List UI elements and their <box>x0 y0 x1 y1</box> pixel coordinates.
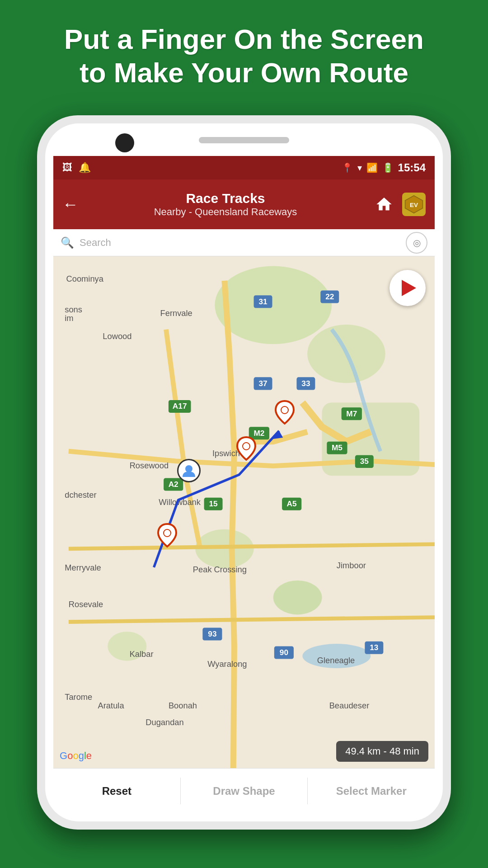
status-time: 15:54 <box>398 161 426 174</box>
svg-text:Lowood: Lowood <box>103 331 131 341</box>
svg-text:Tarome: Tarome <box>65 692 92 702</box>
draw-shape-button[interactable]: Draw Shape <box>181 769 308 813</box>
svg-text:M5: M5 <box>332 443 343 452</box>
svg-text:Fernvale: Fernvale <box>160 308 192 318</box>
svg-text:15: 15 <box>209 499 218 508</box>
phone-inner: 🖼 🔔 📍 ▾ 📶 🔋 15:54 ← Race Tracks Nearby -… <box>45 123 443 821</box>
svg-point-3 <box>215 266 332 344</box>
svg-text:A17: A17 <box>173 401 187 410</box>
svg-point-7 <box>273 580 322 614</box>
status-bar-left: 🖼 🔔 <box>62 162 91 174</box>
play-button[interactable] <box>389 270 426 306</box>
headline-line2: to Make Your Own Route <box>27 56 461 90</box>
svg-text:Beaudeser: Beaudeser <box>329 701 370 710</box>
search-icon: 🔍 <box>61 236 74 249</box>
svg-text:Dugandan: Dugandan <box>145 717 184 727</box>
svg-text:37: 37 <box>258 379 267 388</box>
svg-text:im: im <box>65 313 73 323</box>
app-content: 🖼 🔔 📍 ▾ 📶 🔋 15:54 ← Race Tracks Nearby -… <box>53 156 435 813</box>
headline: Put a Finger On the Screen to Make Your … <box>0 23 488 90</box>
select-marker-button[interactable]: Select Marker <box>308 769 435 813</box>
app-bar-icons: EV <box>372 193 426 216</box>
status-bar-right: 📍 ▾ 📶 🔋 15:54 <box>342 161 426 174</box>
svg-text:33: 33 <box>301 379 310 388</box>
bottom-bar: Reset Draw Shape Select Marker <box>53 768 435 813</box>
marker-top[interactable] <box>275 400 295 427</box>
user-marker <box>177 459 201 482</box>
home-button[interactable] <box>372 193 396 216</box>
svg-text:Aratula: Aratula <box>98 701 125 710</box>
image-status-icon: 🖼 <box>62 162 72 174</box>
search-input[interactable]: Search <box>80 237 406 249</box>
draw-shape-label: Draw Shape <box>213 785 275 797</box>
headline-line1: Put a Finger On the Screen <box>27 23 461 56</box>
svg-point-64 <box>281 406 288 414</box>
play-icon <box>402 280 416 296</box>
marker-bottom[interactable] <box>157 523 177 550</box>
svg-text:sons: sons <box>65 305 82 314</box>
svg-text:35: 35 <box>360 457 369 466</box>
phone-camera <box>115 133 134 152</box>
back-button[interactable]: ← <box>62 195 79 214</box>
phone-speaker <box>199 137 289 143</box>
svg-text:Kalbar: Kalbar <box>130 649 154 659</box>
location-button[interactable]: ◎ <box>406 232 427 254</box>
reset-button[interactable]: Reset <box>53 769 180 813</box>
svg-text:EV: EV <box>410 202 418 208</box>
svg-text:Boonah: Boonah <box>169 701 197 710</box>
svg-text:93: 93 <box>208 629 216 638</box>
app-subtitle: Nearby - Queensland Raceways <box>88 206 363 218</box>
svg-point-62 <box>164 529 171 537</box>
svg-text:Peak Crossing: Peak Crossing <box>193 565 247 574</box>
svg-text:13: 13 <box>370 643 378 652</box>
svg-text:Rosewood: Rosewood <box>130 461 169 470</box>
signal-icon: 📶 <box>366 162 378 173</box>
svg-text:31: 31 <box>258 297 267 306</box>
ev-badge[interactable]: EV <box>402 193 426 216</box>
search-bar: 🔍 Search ◎ <box>53 229 435 256</box>
svg-text:Wyaralong: Wyaralong <box>207 659 247 669</box>
distance-badge: 49.4 km - 48 min <box>336 741 428 762</box>
wifi-icon: ▾ <box>357 162 362 173</box>
phone-frame: 🖼 🔔 📍 ▾ 📶 🔋 15:54 ← Race Tracks Nearby -… <box>37 115 451 830</box>
location-icon: 📍 <box>342 162 353 173</box>
svg-point-65 <box>185 465 192 472</box>
svg-text:Merryvale: Merryvale <box>65 563 101 572</box>
reset-label: Reset <box>102 785 131 797</box>
app-title: Race Tracks <box>88 191 363 206</box>
marker-middle[interactable] <box>236 436 256 463</box>
svg-text:A5: A5 <box>287 499 297 508</box>
svg-text:Gleneagle: Gleneagle <box>317 656 355 665</box>
svg-text:Ipswich: Ipswich <box>212 448 240 458</box>
svg-point-63 <box>243 443 250 450</box>
svg-text:dchester: dchester <box>65 490 96 500</box>
notification-status-icon: 🔔 <box>79 162 91 174</box>
svg-text:M7: M7 <box>346 409 357 418</box>
svg-text:22: 22 <box>325 292 334 301</box>
map-area[interactable]: A17 A2 M2 M7 M5 35 <box>53 256 435 768</box>
svg-text:90: 90 <box>280 648 288 657</box>
battery-icon: 🔋 <box>382 162 394 173</box>
svg-text:Willowbank: Willowbank <box>159 497 201 507</box>
svg-text:Coominya: Coominya <box>66 274 103 283</box>
app-bar: ← Race Tracks Nearby - Queensland Racewa… <box>53 179 435 229</box>
app-bar-title: Race Tracks Nearby - Queensland Raceways <box>88 191 363 218</box>
map-svg: A17 A2 M2 M7 M5 35 <box>53 256 435 768</box>
status-bar: 🖼 🔔 📍 ▾ 📶 🔋 15:54 <box>53 156 435 179</box>
location-icon: ◎ <box>413 237 421 248</box>
svg-text:Jimboor: Jimboor <box>337 561 366 570</box>
google-logo: Google <box>60 750 92 762</box>
select-marker-label: Select Marker <box>336 785 407 797</box>
svg-text:Rosevale: Rosevale <box>69 599 103 609</box>
